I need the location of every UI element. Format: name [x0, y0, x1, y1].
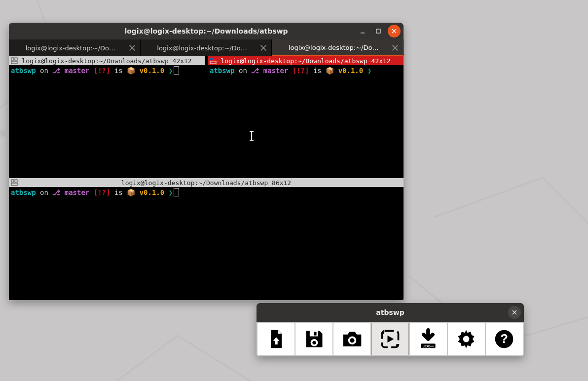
prompt-flags: [!?] — [293, 67, 309, 75]
prompt-dir: atbswp — [210, 67, 235, 75]
package-icon: 📦 — [127, 67, 135, 75]
git-branch-icon: ⎇ — [52, 189, 60, 196]
tab-bar: logix@logix-desktop:~/Do… logix@logix-de… — [9, 39, 404, 56]
svg-rect-14 — [314, 332, 317, 335]
prompt-on: on — [40, 67, 48, 75]
prompt-arrow: ❯ — [169, 189, 173, 196]
file-upload-icon — [265, 328, 287, 350]
pane-header-text: logix@logix-desktop:~/Downloads/atbswp 4… — [220, 57, 390, 65]
svg-rect-5 — [15, 58, 17, 60]
pane-body[interactable]: atbswp on ⎇ master [!?] is 📦 v0.1.0 ❯ — [208, 65, 404, 178]
prompt-is: is — [114, 189, 123, 196]
prompt-branch: master — [65, 67, 90, 75]
close-tab-icon[interactable] — [128, 44, 136, 52]
maximize-button[interactable] — [372, 25, 385, 38]
prompt-arrow: ❯ — [169, 67, 173, 75]
svg-point-18 — [350, 338, 354, 343]
minimize-button[interactable] — [356, 25, 369, 38]
close-button[interactable] — [388, 25, 401, 38]
close-button[interactable] — [508, 306, 521, 319]
save-button[interactable] — [295, 323, 332, 355]
tab-label: logix@logix-desktop:~/Do… — [157, 44, 247, 52]
prompt-dir: atbswp — [11, 67, 36, 75]
svg-rect-11 — [15, 180, 17, 182]
terminal-window[interactable]: logix@logix-desktop:~/Downloads/atbswp l… — [9, 23, 404, 300]
svg-rect-4 — [11, 58, 14, 60]
svg-point-0 — [0, 130, 5, 136]
window-title: logix@logix-desktop:~/Downloads/atbswp — [124, 27, 288, 35]
pane-top-right[interactable]: logix@logix-desktop:~/Downloads/atbswp 4… — [208, 56, 404, 178]
text-cursor-ibeam — [251, 131, 252, 140]
pane-top-left[interactable]: logix@logix-desktop:~/Downloads/atbswp 4… — [9, 56, 205, 178]
prompt-version: v0.1.0 — [140, 189, 165, 196]
pane-bottom[interactable]: logix@logix-desktop:~/Downloads/atbswp 8… — [9, 178, 404, 300]
open-file-button[interactable] — [257, 323, 294, 355]
svg-rect-2 — [361, 33, 365, 34]
help-button[interactable]: ? — [486, 323, 523, 355]
prompt-on: on — [40, 189, 48, 196]
svg-rect-7 — [210, 58, 213, 60]
save-icon — [303, 328, 325, 350]
prompt-is: is — [313, 67, 322, 75]
pane-body[interactable]: atbswp on ⎇ master [!?] is 📦 v0.1.0 ❯ — [9, 65, 205, 178]
svg-rect-3 — [376, 29, 380, 33]
split-layout-icon — [11, 57, 18, 64]
prompt-version: v0.1.0 — [338, 67, 364, 75]
play-button[interactable] — [371, 323, 408, 355]
window-titlebar[interactable]: logix@logix-desktop:~/Downloads/atbswp — [9, 23, 404, 39]
svg-point-16 — [312, 341, 316, 344]
prompt-flags: [!?] — [94, 189, 110, 196]
pane-header: logix@logix-desktop:~/Downloads/atbswp 4… — [208, 56, 404, 65]
pane-header: logix@logix-desktop:~/Downloads/atbswp 8… — [9, 178, 404, 187]
tab-label: logix@logix-desktop:~/Do… — [289, 44, 378, 51]
svg-rect-10 — [11, 180, 14, 182]
cursor — [174, 188, 179, 196]
tab-0[interactable]: logix@logix-desktop:~/Do… — [9, 39, 141, 56]
close-tab-icon[interactable] — [259, 44, 267, 52]
tool-title: atbswp — [376, 308, 404, 316]
settings-button[interactable] — [448, 323, 485, 355]
split-layout-icon — [11, 179, 18, 186]
git-branch-icon: ⎇ — [251, 67, 259, 75]
pane-body[interactable]: atbswp on ⎇ master [!?] is 📦 v0.1.0 ❯ — [9, 187, 404, 300]
prompt-is: is — [114, 67, 123, 75]
prompt-version: v0.1.0 — [140, 67, 165, 75]
svg-rect-6 — [11, 61, 17, 64]
svg-point-24 — [463, 336, 470, 343]
cursor — [174, 66, 179, 75]
svg-rect-9 — [210, 61, 216, 64]
split-layout-icon — [210, 57, 217, 64]
package-icon: 📦 — [326, 67, 334, 75]
prompt-on: on — [239, 67, 247, 75]
svg-rect-13 — [310, 331, 318, 337]
toolbar: .EXE•• ? — [257, 322, 524, 356]
prompt-branch: master — [263, 67, 289, 75]
atbswp-window[interactable]: atbswp .EXE•• ? — [257, 303, 524, 356]
help-icon: ? — [493, 328, 515, 350]
export-exe-button[interactable]: .EXE•• — [410, 323, 447, 355]
prompt-flags: [!?] — [94, 67, 110, 75]
svg-text:?: ? — [501, 332, 509, 345]
play-loop-icon — [379, 328, 401, 350]
pane-header-text: logix@logix-desktop:~/Downloads/atbswp 4… — [22, 57, 191, 65]
svg-rect-12 — [11, 183, 17, 186]
svg-rect-8 — [214, 58, 216, 60]
tab-1[interactable]: logix@logix-desktop:~/Do… — [141, 39, 272, 56]
git-branch-icon: ⎇ — [52, 67, 60, 75]
tool-titlebar[interactable]: atbswp — [257, 303, 524, 322]
svg-point-20 — [382, 331, 385, 334]
terminal-panes: logix@logix-desktop:~/Downloads/atbswp 4… — [9, 56, 404, 300]
download-exe-icon: .EXE•• — [417, 328, 439, 350]
prompt-dir: atbswp — [11, 189, 36, 196]
close-tab-icon[interactable] — [391, 44, 399, 52]
pane-header-text: logix@logix-desktop:~/Downloads/atbswp 8… — [121, 179, 291, 187]
prompt-branch: master — [65, 189, 90, 196]
tab-label: logix@logix-desktop:~/Do… — [26, 44, 115, 52]
prompt-arrow: ❯ — [368, 67, 371, 75]
tab-2[interactable]: logix@logix-desktop:~/Do… — [272, 39, 404, 56]
capture-button[interactable] — [333, 323, 370, 355]
package-icon: 📦 — [127, 189, 135, 196]
gear-icon — [455, 328, 477, 350]
camera-icon — [341, 328, 363, 350]
pane-header: logix@logix-desktop:~/Downloads/atbswp 4… — [9, 56, 205, 65]
